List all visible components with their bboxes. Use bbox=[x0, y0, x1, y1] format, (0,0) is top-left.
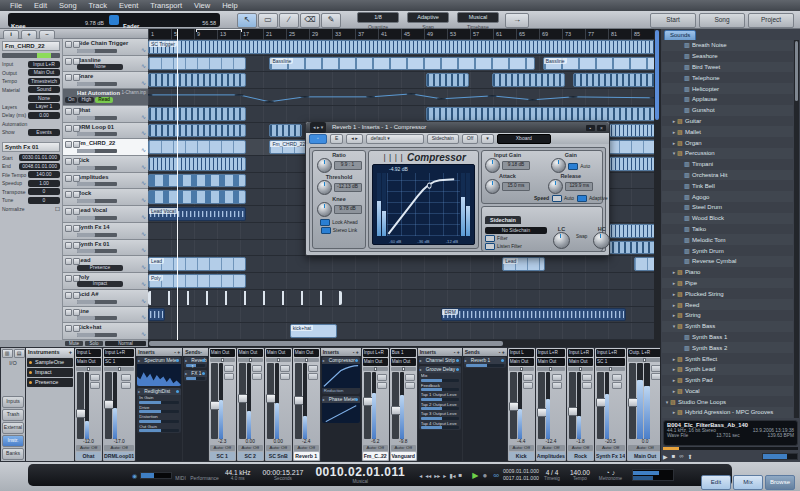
listen-filter-toggle[interactable]: Listen Filter bbox=[485, 243, 547, 250]
channel-input-select[interactable]: Input L bbox=[76, 349, 101, 357]
clip-lead[interactable]: Lead bbox=[502, 257, 544, 271]
strip-mute-button[interactable] bbox=[523, 374, 533, 381]
channel-name[interactable]: Amplitudes bbox=[537, 452, 565, 460]
strip-solo-button[interactable] bbox=[121, 382, 131, 389]
input-gain-value[interactable]: 9.18 dB bbox=[502, 161, 530, 170]
channel-name[interactable]: SC SnB bbox=[266, 452, 291, 460]
device-slider-distortion[interactable]: Distortion bbox=[137, 414, 181, 424]
strip-solo-button[interactable] bbox=[523, 382, 533, 389]
plugin-nav-buttons[interactable]: ◂ ▸ ▾ bbox=[310, 122, 326, 133]
volume-fader[interactable] bbox=[629, 363, 636, 439]
console-tab-trash[interactable]: Trash bbox=[2, 409, 24, 421]
inspector-field-value[interactable]: 0.00 bbox=[28, 112, 60, 119]
time-musical[interactable]: 0010.02.01.011 bbox=[315, 466, 405, 479]
timesig-value[interactable]: 4 / 4 bbox=[544, 469, 560, 476]
channel-input-select[interactable]: Input L+R bbox=[104, 349, 134, 357]
channel-input-select[interactable]: Input L+R bbox=[363, 349, 388, 357]
clip[interactable] bbox=[148, 157, 246, 171]
track-header-synth-fx-14[interactable]: Synth Fx 14∿ bbox=[63, 223, 148, 240]
pan-slider[interactable] bbox=[509, 367, 534, 371]
menu-help[interactable]: Help bbox=[216, 0, 243, 11]
menu-file[interactable]: File bbox=[4, 0, 28, 11]
clip-bassline[interactable]: Bassline bbox=[269, 57, 534, 71]
tree-item-reverse-cymbal[interactable]: ▥Reverse Cymbal bbox=[662, 256, 793, 267]
strip-mute-button[interactable] bbox=[224, 365, 234, 372]
channel-strip-sc-1[interactable]: Main Out-2.3Auto: OffSC 1 bbox=[209, 348, 236, 461]
tree-item-plucked-string[interactable]: ▸▨Plucked String bbox=[662, 288, 793, 299]
plugin-pin-icon[interactable]: ▪ bbox=[586, 125, 595, 131]
look-ahead-toggle[interactable]: Look Ahead bbox=[320, 219, 357, 226]
slider-bar[interactable] bbox=[421, 398, 459, 401]
clip-poly[interactable]: Poly bbox=[148, 274, 246, 288]
slider-bar[interactable] bbox=[466, 364, 504, 367]
track-header-rock[interactable]: Rock∿ bbox=[63, 189, 148, 206]
track-preset-badge[interactable]: Presence bbox=[77, 265, 123, 271]
volume-fader[interactable] bbox=[392, 372, 399, 439]
clip-lead-vocal[interactable]: Lead Vocal bbox=[148, 207, 246, 221]
channel-strip-reverb-1[interactable]: Main Out-2.4Auto: OffReverb 1 bbox=[293, 348, 320, 461]
tree-item-timpani[interactable]: ▥Timpani bbox=[662, 159, 793, 170]
slider-bar[interactable] bbox=[139, 420, 179, 423]
instrument-presence[interactable]: Presence bbox=[27, 378, 73, 387]
split-tool-icon[interactable]: ∕ bbox=[279, 13, 299, 28]
strip-solo-button[interactable] bbox=[651, 373, 660, 380]
pan-slider[interactable] bbox=[210, 358, 235, 362]
volume-fader[interactable] bbox=[267, 363, 274, 439]
autoscroll-button[interactable]: → bbox=[505, 13, 529, 28]
automation-mode[interactable]: Auto: Off bbox=[238, 445, 263, 451]
solo-button[interactable] bbox=[73, 309, 80, 316]
tree-item-wood-block[interactable]: ▥Wood Block bbox=[662, 213, 793, 224]
slider-bar[interactable] bbox=[421, 417, 459, 420]
horizontal-scrollbar[interactable] bbox=[148, 340, 654, 347]
lc-knob[interactable] bbox=[553, 232, 570, 249]
loop-locators[interactable]: 0009.01.01.000 0017.01.01.000 bbox=[503, 468, 539, 483]
pan-slider[interactable] bbox=[104, 367, 134, 371]
track-header-lead-vocal[interactable]: Lead Vocal∿ bbox=[63, 206, 148, 223]
slider-bar[interactable] bbox=[421, 407, 459, 410]
solo-button[interactable] bbox=[73, 225, 80, 232]
param-fader-value[interactable]: 56.58 bbox=[202, 20, 216, 26]
solo-button[interactable] bbox=[73, 158, 80, 165]
automation-mode[interactable]: Auto: Off bbox=[210, 445, 235, 451]
mute-button[interactable] bbox=[65, 58, 72, 65]
channel-name[interactable]: Reverb 1 bbox=[294, 452, 319, 460]
channel-name[interactable]: Main Out bbox=[628, 452, 660, 460]
device-spectrum-meter[interactable]: Spectrum Meter bbox=[137, 357, 181, 386]
pan-slider[interactable] bbox=[568, 367, 593, 371]
tree-item-vocal[interactable]: ▸▨Vocal bbox=[662, 386, 793, 397]
inspector-field-value[interactable]: 140.00 bbox=[28, 171, 60, 178]
pan-slider[interactable] bbox=[76, 367, 101, 371]
track-header-hat-automation[interactable]: Hat Automation1-Chann.inpOnHighRead bbox=[63, 89, 148, 106]
tree-item-organ[interactable]: ▸▨Organ bbox=[662, 137, 793, 148]
arrange-lane-2[interactable] bbox=[148, 72, 654, 89]
song-button[interactable]: Song bbox=[699, 13, 745, 28]
mute-button[interactable] bbox=[65, 175, 72, 182]
param-knee[interactable]: Knee 1 - Compressor 9.78 dB bbox=[8, 13, 108, 27]
channel-output-select[interactable]: Main Out bbox=[509, 358, 534, 366]
menu-track[interactable]: Track bbox=[83, 0, 113, 11]
pan-slider[interactable] bbox=[238, 358, 263, 362]
attack-knob[interactable] bbox=[485, 179, 500, 194]
strip-solo-button[interactable] bbox=[377, 382, 387, 389]
read-button[interactable]: Read bbox=[95, 97, 113, 103]
release-value[interactable]: 129.9 ms bbox=[565, 182, 593, 191]
channel-strip-rock[interactable]: Input L+RMain Out-1.8Auto: OffRock bbox=[567, 348, 594, 461]
clip[interactable] bbox=[148, 174, 246, 188]
strip-solo-button[interactable] bbox=[405, 382, 415, 389]
speed-auto-toggle[interactable]: Auto bbox=[552, 195, 574, 202]
device-slider-tap-2-output-leve[interactable]: Tap 2 Output Leve bbox=[419, 402, 461, 412]
solo-button[interactable] bbox=[73, 41, 80, 48]
filter-toggle[interactable]: Filter bbox=[485, 235, 547, 242]
clip[interactable] bbox=[148, 57, 246, 71]
browse-view-button[interactable]: Browse bbox=[765, 475, 795, 490]
paint-tool-icon[interactable]: ✎ bbox=[321, 13, 341, 28]
pan-slider[interactable] bbox=[391, 367, 416, 371]
channel-strip-synth-fx-14[interactable]: Input L+RSC 1-20.5Auto: OffSynth Fx 14 bbox=[595, 348, 626, 461]
strip-solo-button[interactable] bbox=[308, 373, 318, 380]
solo-button[interactable] bbox=[73, 191, 80, 198]
solo-button[interactable] bbox=[73, 325, 80, 332]
loop-icon[interactable]: ∞ bbox=[493, 471, 499, 480]
console-options-icon[interactable]: ▥ bbox=[2, 349, 13, 358]
channel-strip-drmloop01[interactable]: Input L+RSC 1-17.0Auto: OffDRMLoop01 bbox=[103, 348, 135, 461]
knee-value[interactable]: 9.78 dB bbox=[334, 205, 362, 214]
